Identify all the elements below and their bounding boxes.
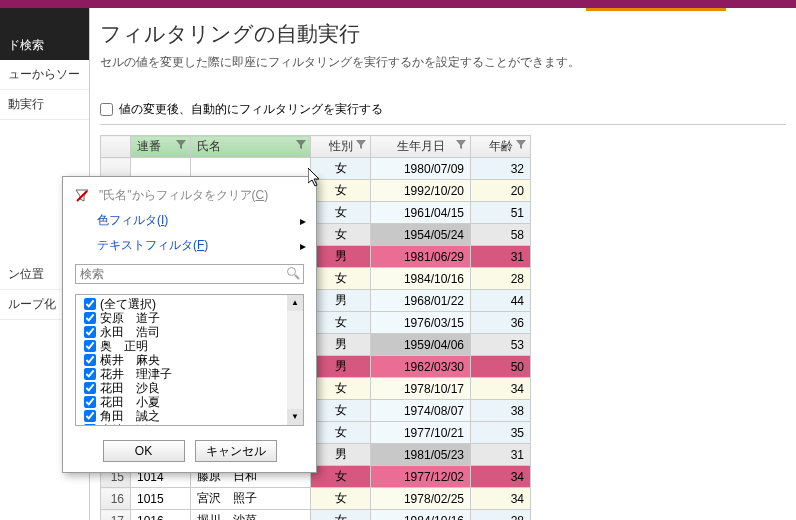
cell-sex[interactable]: 女	[311, 312, 371, 334]
color-filter-row[interactable]: 色フィルタ(I) ▸	[63, 208, 316, 233]
ok-button[interactable]: OK	[103, 440, 185, 462]
cell-age[interactable]: 28	[471, 268, 531, 290]
cell-sex[interactable]: 男	[311, 290, 371, 312]
filter-item-checkbox[interactable]	[84, 298, 96, 310]
col-header-name[interactable]: 氏名	[191, 136, 311, 158]
filter-item-label: 吉崎 亘	[100, 422, 148, 427]
filter-item-checkbox[interactable]	[84, 382, 96, 394]
filter-icon[interactable]	[296, 139, 306, 149]
rowheader-corner[interactable]	[101, 136, 131, 158]
table-row[interactable]: 171016堀川 沙菜女1984/10/1628	[101, 510, 531, 521]
cell-age[interactable]: 53	[471, 334, 531, 356]
col-header-age[interactable]: 年齢	[471, 136, 531, 158]
table-row[interactable]: 161015宮沢 照子女1978/02/2534	[101, 488, 531, 510]
cell-date[interactable]: 1978/02/25	[371, 488, 471, 510]
filter-item-checkbox[interactable]	[84, 312, 96, 324]
row-number[interactable]: 16	[101, 488, 131, 510]
cell-date[interactable]: 1976/03/15	[371, 312, 471, 334]
submenu-arrow-icon: ▸	[300, 214, 306, 228]
cell-sex[interactable]: 女	[311, 158, 371, 180]
filter-item-checkbox[interactable]	[84, 396, 96, 408]
cell-date[interactable]: 1959/04/06	[371, 334, 471, 356]
cell-age[interactable]: 32	[471, 158, 531, 180]
cell-date[interactable]: 1978/10/17	[371, 378, 471, 400]
cell-age[interactable]: 51	[471, 202, 531, 224]
cell-age[interactable]: 35	[471, 422, 531, 444]
cell-date[interactable]: 1954/05/24	[371, 224, 471, 246]
scroll-up-icon[interactable]: ▲	[287, 295, 303, 311]
col-header-date[interactable]: 生年月日	[371, 136, 471, 158]
cell-date[interactable]: 1974/08/07	[371, 400, 471, 422]
col-header-seq[interactable]: 連番	[131, 136, 191, 158]
filter-search-input[interactable]	[75, 264, 304, 284]
clear-filter-row[interactable]: "氏名"からフィルタをクリア(C)	[63, 183, 316, 208]
cell-date[interactable]: 1984/10/16	[371, 268, 471, 290]
clear-filter-icon	[75, 189, 89, 203]
cell-date[interactable]: 1962/03/30	[371, 356, 471, 378]
cell-seq[interactable]: 1016	[131, 510, 191, 521]
cell-sex[interactable]: 女	[311, 510, 371, 521]
sidebar-item[interactable]: ューからソー	[0, 60, 89, 90]
cell-date[interactable]: 1977/12/02	[371, 466, 471, 488]
cell-age[interactable]: 31	[471, 444, 531, 466]
filter-icon[interactable]	[456, 139, 466, 149]
cell-age[interactable]: 31	[471, 246, 531, 268]
cell-age[interactable]: 38	[471, 400, 531, 422]
cell-age[interactable]: 50	[471, 356, 531, 378]
cell-sex[interactable]: 女	[311, 400, 371, 422]
cell-date[interactable]: 1981/05/23	[371, 444, 471, 466]
scroll-down-icon[interactable]: ▼	[287, 409, 303, 425]
cell-age[interactable]: 36	[471, 312, 531, 334]
filter-icon[interactable]	[176, 139, 186, 149]
text-filter-row[interactable]: テキストフィルタ(F) ▸	[63, 233, 316, 258]
filter-item-checkbox[interactable]	[84, 410, 96, 422]
filter-item-checkbox[interactable]	[84, 354, 96, 366]
cell-age[interactable]: 58	[471, 224, 531, 246]
cell-sex[interactable]: 女	[311, 378, 371, 400]
cell-date[interactable]: 1977/10/21	[371, 422, 471, 444]
filter-item-checkbox[interactable]	[84, 368, 96, 380]
filter-item-checkbox[interactable]	[84, 340, 96, 352]
filter-check-item[interactable]: 吉崎 亘	[80, 423, 299, 426]
col-header-sex[interactable]: 性別	[311, 136, 371, 158]
cell-age[interactable]: 34	[471, 488, 531, 510]
sidebar-item[interactable]: 動実行	[0, 90, 89, 120]
cell-age[interactable]: 34	[471, 466, 531, 488]
cancel-button[interactable]: キャンセル	[195, 440, 277, 462]
col-label: 生年月日	[397, 139, 445, 153]
cell-date[interactable]: 1968/01/22	[371, 290, 471, 312]
cell-date[interactable]: 1961/04/15	[371, 202, 471, 224]
cell-sex[interactable]: 女	[311, 268, 371, 290]
cell-sex[interactable]: 女	[311, 466, 371, 488]
auto-filter-checkbox[interactable]	[100, 103, 113, 116]
cell-sex[interactable]: 男	[311, 444, 371, 466]
cell-sex[interactable]: 女	[311, 422, 371, 444]
cell-age[interactable]: 20	[471, 180, 531, 202]
color-filter-link[interactable]: 色フィルタ(I)	[97, 212, 168, 229]
cell-sex[interactable]: 男	[311, 356, 371, 378]
cell-date[interactable]: 1981/06/29	[371, 246, 471, 268]
cell-sex[interactable]: 女	[311, 180, 371, 202]
filter-item-checkbox[interactable]	[84, 326, 96, 338]
cell-seq[interactable]: 1015	[131, 488, 191, 510]
cell-sex[interactable]: 男	[311, 246, 371, 268]
cell-age[interactable]: 28	[471, 510, 531, 521]
cell-age[interactable]: 34	[471, 378, 531, 400]
cell-age[interactable]: 44	[471, 290, 531, 312]
text-filter-link[interactable]: テキストフィルタ(F)	[97, 237, 208, 254]
cell-sex[interactable]: 男	[311, 334, 371, 356]
cell-date[interactable]: 1992/10/20	[371, 180, 471, 202]
cell-sex[interactable]: 女	[311, 224, 371, 246]
cell-date[interactable]: 1980/07/09	[371, 158, 471, 180]
cell-date[interactable]: 1984/10/16	[371, 510, 471, 521]
app-header-strip	[0, 0, 796, 8]
scrollbar[interactable]: ▲ ▼	[287, 295, 303, 425]
row-number[interactable]: 17	[101, 510, 131, 521]
cell-sex[interactable]: 女	[311, 202, 371, 224]
cell-sex[interactable]: 女	[311, 488, 371, 510]
filter-item-checkbox[interactable]	[84, 424, 96, 426]
filter-icon[interactable]	[356, 139, 366, 149]
filter-icon[interactable]	[516, 139, 526, 149]
cell-name[interactable]: 宮沢 照子	[191, 488, 311, 510]
cell-name[interactable]: 堀川 沙菜	[191, 510, 311, 521]
